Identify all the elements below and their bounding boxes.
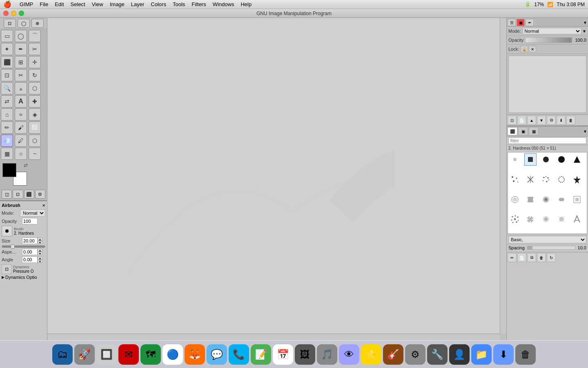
brush-cell-18[interactable] [540,213,552,225]
horizontal-scrollbar[interactable] [47,334,500,340]
channels-icon-tab[interactable]: ▣ [517,19,525,26]
layer-opacity-slider[interactable] [525,37,572,43]
zoom-tool[interactable]: 🔍 [1,82,13,94]
menu-gimp[interactable]: GIMP [16,0,36,8]
dock-prefs[interactable]: ⚙ [405,344,425,365]
sharpen-tool[interactable]: ◈ [29,108,41,121]
settings-icon[interactable]: ⚙ [35,190,45,199]
toolbox-icon3[interactable]: ⊗ [31,19,44,28]
new-layer-icon[interactable]: 📄 [517,116,526,125]
size-up-arrow[interactable]: ▲ [38,238,42,241]
menu-select[interactable]: Select [67,0,89,8]
swap-colors-icon[interactable]: ⇄ [24,162,28,168]
dock-rocket[interactable]: 🚀 [74,344,95,365]
duplicate-brush-icon[interactable]: ⧉ [527,253,536,262]
dock-skype[interactable]: 📞 [229,344,249,365]
dynamics-option-row[interactable]: ▶ Dynamics Optio [2,275,45,280]
menu-windows[interactable]: Windows [209,0,238,8]
toolbox-icon2[interactable]: ◯ [18,19,30,28]
vertical-scrollbar[interactable] [500,18,506,334]
clone2-tool[interactable]: ⌂ [1,108,13,121]
panel-menu-icon[interactable]: ▼ [583,20,587,25]
fill-tool[interactable]: ⬡ [29,135,41,147]
layer-mode-arrow[interactable]: ▼ [582,29,586,34]
align-tool[interactable]: ⊡ [1,69,13,81]
crop-tool[interactable]: ✂ [15,69,27,81]
refresh-brush-icon[interactable]: ↻ [547,253,556,262]
color-picker-tool[interactable]: ⬛ [1,56,13,68]
rotate-tool[interactable]: ↻ [29,69,41,81]
eraser-tool[interactable]: ⬜ [29,121,41,134]
brush-preview[interactable] [2,226,12,236]
minimize-button[interactable] [11,11,16,16]
brush-cell-10[interactable] [571,173,583,186]
delete-brush-icon[interactable]: 🗑 [537,253,546,262]
dock-evernote[interactable]: 📝 [251,344,271,365]
angle-down-arrow[interactable]: ▼ [38,260,42,263]
brush-cell-14[interactable] [555,193,568,206]
close-button[interactable] [3,11,9,16]
merge-layer-icon[interactable]: ⬇ [557,116,566,125]
brush-cell-1[interactable] [509,153,521,166]
mode-select[interactable]: Normal [20,209,45,217]
brush-panel-menu-icon[interactable]: ▼ [583,129,587,134]
brush-filter-input[interactable] [508,137,586,144]
delete-layer-icon[interactable]: 🗑 [566,116,575,125]
menu-view[interactable]: View [89,0,107,8]
brush-cell-12[interactable] [524,193,537,206]
raise-layer-icon[interactable]: ▲ [527,116,536,125]
fuzzy-select-tool[interactable]: ✦ [1,43,13,55]
dock-launchpad[interactable]: 🔲 [96,344,117,365]
canvas-area[interactable] [47,18,506,340]
aspect-input[interactable] [22,249,38,255]
dynamics-icon[interactable]: ⊡ [2,264,11,274]
dodge-tool[interactable]: ○ [15,148,27,160]
menu-help[interactable]: Help [237,0,255,8]
menu-file[interactable]: File [36,0,51,8]
ink-tool[interactable]: 🖊 [15,135,27,147]
text-tool[interactable]: A [15,95,27,108]
airbrush-tool[interactable]: 💨 [1,135,13,147]
scissors-tool[interactable]: ✂ [29,43,41,55]
brush-cell-15[interactable] [571,193,583,206]
duplicate-layer-icon[interactable]: ⧉ [547,116,556,125]
dock-maps[interactable]: 🗺 [140,344,161,365]
dock-downloads[interactable]: ⬇ [493,344,514,365]
dock-finder[interactable]: 🗂 [52,344,73,365]
dock-guitar[interactable]: 🎸 [383,344,403,365]
quick-mask-icon[interactable]: ◫ [2,190,12,199]
angle-up-arrow[interactable]: ▲ [38,256,42,260]
dock-face[interactable]: 👤 [449,344,470,365]
brush-cell-6[interactable] [509,173,521,186]
menu-layer[interactable]: Layer [128,0,148,8]
smudge-tool[interactable]: ~ [29,148,41,160]
spacing-slider[interactable] [527,246,575,250]
patterns-tab[interactable]: ▣ [518,127,528,135]
menu-filters[interactable]: Filters [188,0,209,8]
dock-trash[interactable]: 🗑 [515,344,536,365]
angle-input[interactable] [22,256,38,263]
new-brush-icon[interactable]: 📄 [517,253,526,262]
brush-cell-17[interactable] [524,213,537,225]
dock-mail[interactable]: ✉ [118,344,139,365]
dock-itunes[interactable]: 🎵 [317,344,337,365]
flip-tool[interactable]: ⇄ [1,95,13,108]
dock-activity[interactable]: 🔧 [427,344,448,365]
brush-cell-3[interactable] [540,153,552,166]
dock-iphoto[interactable]: 🖼 [295,344,315,365]
menu-image[interactable]: Image [107,0,128,8]
brush-cell-16[interactable] [509,213,521,225]
paths-icon-tab[interactable]: ✒ [526,19,534,26]
dock-firefox[interactable]: 🦊 [185,344,205,365]
brush-cell-13[interactable] [540,193,552,206]
size-input[interactable] [22,238,38,244]
path-tool[interactable]: ✒ [15,43,27,55]
move-tool[interactable]: ✛ [29,56,41,68]
lock-pixels-icon[interactable]: 🔒 [521,46,528,52]
dock-stars[interactable]: ⭐ [361,344,381,365]
ellipse-select-tool[interactable]: ◯ [15,30,27,42]
brush-cell-5[interactable] [571,153,583,166]
brush-cell-4[interactable] [555,153,568,166]
brush-cell-7[interactable] [524,173,537,186]
gradients-tab[interactable]: ▦ [529,127,539,135]
